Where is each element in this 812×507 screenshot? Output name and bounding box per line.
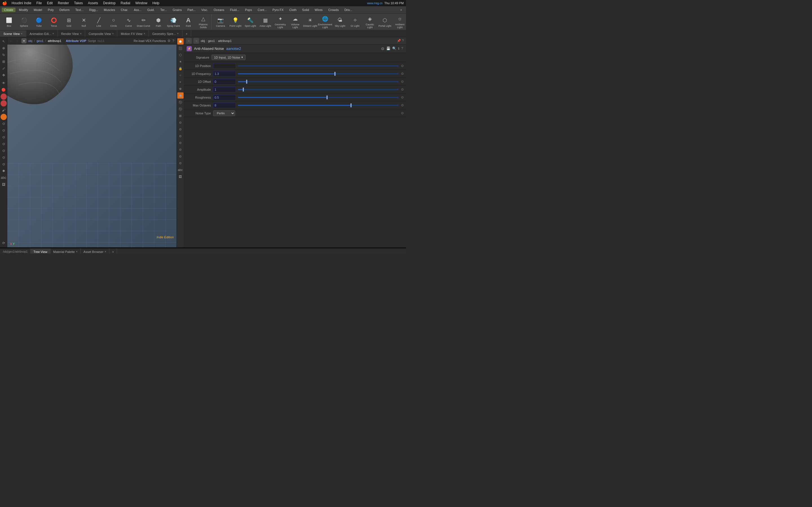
tool-caustic-light[interactable]: ◈ Caustic Light — [363, 14, 377, 30]
tool-geometry-light[interactable]: ✦ Geometry Light — [273, 14, 288, 30]
tool-spot-light[interactable]: 🔦 Spot Light — [243, 14, 258, 30]
vrt-t6[interactable]: ⊙ — [177, 119, 184, 126]
tb-poly[interactable]: Poly — [45, 8, 56, 12]
tab-add[interactable]: + — [183, 31, 191, 37]
vrt-t9[interactable]: ⊙ — [177, 140, 184, 146]
lt-c1[interactable]: ⊙ — [1, 121, 7, 127]
param-slider-id-position[interactable] — [238, 65, 399, 66]
tool-torus[interactable]: ⭕ Torus — [47, 14, 61, 30]
apple-menu[interactable]: 🍎 — [2, 1, 7, 5]
props-pin-btn[interactable]: 📌 — [397, 39, 401, 43]
tab-composite-view[interactable]: Composite View × — [85, 31, 117, 37]
tool-line[interactable]: ╱ Line — [91, 14, 106, 30]
menu-render[interactable]: Render — [56, 1, 71, 6]
lt-paint[interactable]: 🖌 — [1, 107, 7, 113]
menu-file[interactable]: File — [34, 1, 44, 6]
tool-ambient-light[interactable]: ☼ Ambient Light — [393, 14, 406, 30]
vrt-toggle2[interactable]: ⊕ — [177, 86, 184, 92]
tb-ter[interactable]: Ter... — [158, 8, 169, 12]
tb-grains[interactable]: Grains — [170, 8, 184, 12]
bt-tree-view[interactable]: Tree View — [31, 248, 50, 253]
tool-distant-light[interactable]: ☀ Distant Light — [303, 14, 317, 30]
tb-cont[interactable]: Cont... — [255, 8, 269, 12]
tb-create[interactable]: Create — [2, 8, 15, 12]
param-gear-offset[interactable]: ⚙ — [400, 79, 405, 84]
tool-font[interactable]: A Font — [181, 14, 196, 30]
vrt-t11[interactable]: ⊙ — [177, 153, 184, 159]
lt-view[interactable]: 👁 — [1, 80, 7, 86]
props-back-btn[interactable]: ← — [186, 38, 192, 44]
param-slider-roughness[interactable] — [238, 97, 399, 98]
vrt-cam[interactable]: 🔒 — [177, 65, 184, 71]
vrt-t8[interactable]: ⊙ — [177, 133, 184, 139]
param-input-roughness[interactable] — [213, 95, 236, 100]
tab-close-anim[interactable]: × — [52, 32, 54, 35]
tool-spray-faint[interactable]: 💨 Spray Faint — [166, 14, 181, 30]
tb-cloth[interactable]: Cloth — [287, 8, 299, 12]
lt-c11[interactable]: ⟳ — [1, 240, 7, 246]
lt-c7[interactable]: ⊙ — [1, 161, 7, 167]
bt-add[interactable]: + — [109, 248, 117, 253]
tool-path[interactable]: ⬢ Path — [151, 14, 166, 30]
param-input-offset[interactable] — [213, 79, 236, 84]
lt-c5[interactable]: ⊙ — [1, 148, 7, 154]
menu-assets[interactable]: Assets — [86, 1, 100, 6]
node-gear-btn[interactable]: ⚙ — [381, 47, 385, 51]
tb-model[interactable]: Model — [31, 8, 44, 12]
tb-driv[interactable]: Driv... — [342, 8, 354, 12]
avop-help[interactable]: ? — [172, 39, 174, 43]
tab-animation-editor[interactable]: Animation Edi... × — [26, 31, 58, 37]
tb-deform[interactable]: Deform — [57, 8, 72, 12]
param-gear-roughness[interactable]: ⚙ — [400, 95, 405, 100]
tool-platonic[interactable]: △ Platonic Solids — [196, 14, 211, 30]
lt-red1[interactable] — [1, 94, 7, 100]
node-zoom-btn[interactable]: 🔍 — [392, 47, 396, 51]
tb-guid[interactable]: Guid. — [145, 8, 157, 12]
bt-close-asset[interactable]: × — [105, 250, 106, 253]
tool-camera[interactable]: 📷 Camera — [213, 14, 228, 30]
tb-text[interactable]: Text... — [73, 8, 86, 12]
tb-part[interactable]: Part... — [185, 8, 198, 12]
tb-solid[interactable]: Solid — [300, 8, 311, 12]
lt-c2[interactable]: ⊙ — [1, 127, 7, 133]
reload-vex-btn[interactable]: Re-load VEX Functions — [134, 39, 166, 43]
tb-fluid[interactable]: Fluid... — [228, 8, 242, 12]
bt-path[interactable]: /obj/geo1/attribvop1 — [0, 248, 31, 253]
param-input-id-position[interactable] — [213, 63, 236, 69]
vrt-t10[interactable]: ⊙ — [177, 147, 184, 153]
param-slider-amplitude[interactable] — [238, 89, 399, 90]
tool-curve[interactable]: ∿ Curve — [121, 14, 136, 30]
pb-geo1[interactable]: geo1 — [208, 39, 215, 43]
vrt-t14[interactable]: 🖼 — [177, 173, 184, 180]
vrt-t13[interactable]: abc — [177, 167, 184, 173]
tool-env-light[interactable]: 🌐 Environment Light — [318, 14, 333, 30]
vrt-t4[interactable]: ⚫ — [177, 106, 184, 112]
tool-portal-light[interactable]: ⬡ Portal Light — [377, 14, 392, 30]
param-gear-noise-type[interactable]: ⚙ — [400, 111, 405, 116]
vrt-t12[interactable]: ⊙ — [177, 160, 184, 166]
bt-material-palette[interactable]: Material Palette × — [50, 248, 81, 253]
param-input-amplitude[interactable] — [213, 87, 236, 93]
tool-gi-light[interactable]: ✧ GI Light — [348, 14, 362, 30]
tb-wires[interactable]: Wires — [312, 8, 325, 12]
param-input-frequency[interactable] — [213, 71, 236, 76]
vrt-shading[interactable]: ⬛ — [177, 45, 184, 51]
tab-scene-view[interactable]: Scene View × — [0, 31, 26, 37]
tb-rigg[interactable]: Rigg... — [87, 8, 100, 12]
pb-attrib[interactable]: attribvop1 — [218, 39, 232, 43]
tool-box[interactable]: ⬜ Box — [2, 14, 16, 30]
menu-takes[interactable]: Takes — [71, 1, 85, 6]
signature-dropdown[interactable]: 1D Input, 1D Noise ▾ — [211, 55, 246, 60]
vrt-display[interactable]: ⬟ — [177, 38, 184, 45]
lt-c8[interactable]: ✱ — [1, 168, 7, 174]
menu-edit[interactable]: Edit — [45, 1, 55, 6]
lt-red2[interactable] — [1, 100, 7, 107]
tool-draw-curve[interactable]: ✏ Draw Curve — [136, 14, 151, 30]
props-forward-btn[interactable]: → — [193, 38, 199, 44]
menu-help[interactable]: Help — [150, 1, 162, 6]
menu-window[interactable]: Window — [133, 1, 150, 6]
param-gear-id-position[interactable]: ⚙ — [400, 63, 405, 68]
tool-area-light[interactable]: ▦ Area Light — [258, 14, 273, 30]
lt-select[interactable]: ↖ — [1, 38, 7, 45]
lt-snap[interactable]: 🔴 — [1, 87, 7, 93]
